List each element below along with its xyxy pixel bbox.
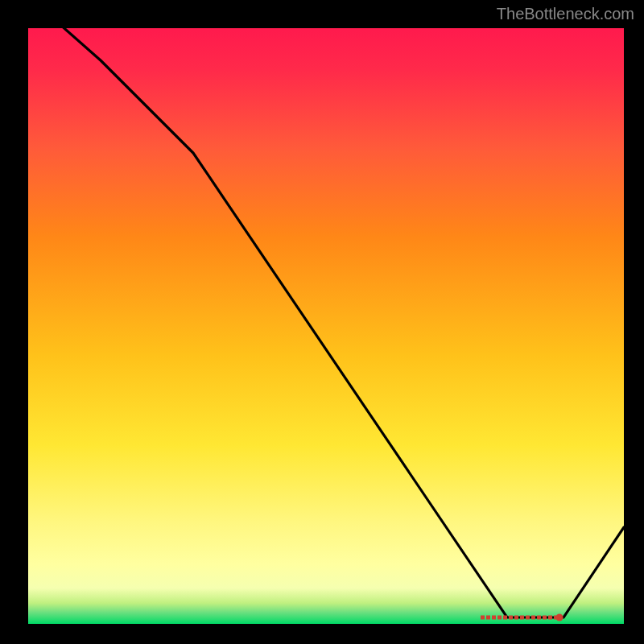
chart-container: TheBottleneck.com [0,0,644,644]
svg-point-1 [556,614,564,621]
chart-svg [28,28,624,624]
plot-area [28,28,624,624]
watermark-text: TheBottleneck.com [497,5,634,23]
chart-background [28,28,624,624]
